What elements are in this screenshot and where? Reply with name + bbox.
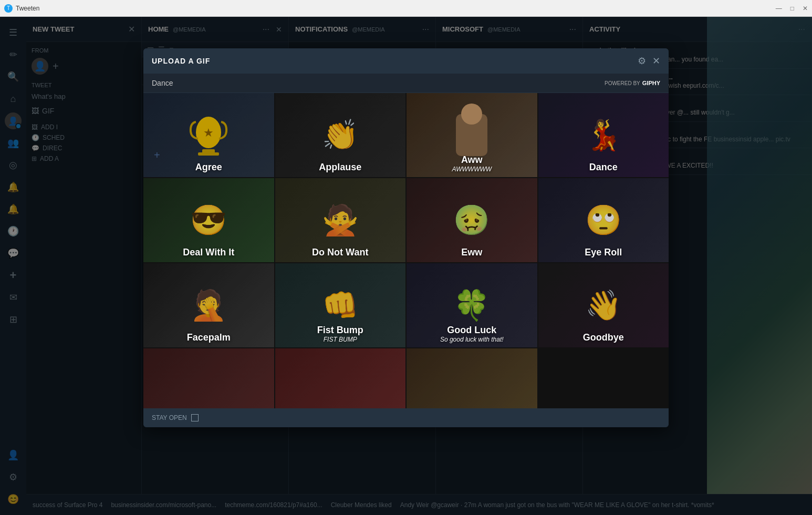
gif-overlay (275, 348, 406, 408)
gif-tile-eyeroll[interactable]: 🙄 Eye Roll (538, 178, 669, 262)
maximize-button[interactable]: □ (790, 5, 794, 12)
gif-tile-goodluck[interactable]: 🍀 Good Luck So good luck with that! (407, 263, 537, 347)
modal-overlay: UPLOAD A GIF ⚙ ✕ Dance POWERED BY GIPHY (0, 17, 812, 515)
gif-label-agree: Agree (143, 158, 274, 177)
minimize-button[interactable]: — (776, 5, 782, 12)
gif-tile-fistbump[interactable]: 👊 Fist Bump FIST BUMP (275, 263, 406, 347)
modal-close-button[interactable]: ✕ (652, 55, 660, 67)
gif-label-goodluck: Good Luck So good luck with that! (407, 321, 537, 347)
tweeten-icon: T (4, 4, 13, 13)
gif-tile-bottom3[interactable] (407, 348, 537, 408)
modal-title: UPLOAD A GIF (152, 57, 210, 65)
modal-footer: STAY OPEN (143, 408, 669, 427)
gif-label-eww: Eww (407, 243, 537, 262)
gif-tile-agree[interactable]: ★ + Agree (143, 93, 274, 177)
gif-overlay (407, 348, 537, 408)
window-controls[interactable]: — □ ✕ (776, 5, 808, 12)
gif-label-dance: Dance (538, 158, 669, 177)
gif-overlay (143, 348, 274, 408)
gif-label-donotwant: Do Not Want (275, 243, 406, 262)
settings-icon[interactable]: ⚙ (638, 55, 646, 67)
gif-tile-donotwant[interactable]: 🙅 Do Not Want (275, 178, 406, 262)
gif-tile-eww[interactable]: 🤢 Eww (407, 178, 537, 262)
gif-tile-applause[interactable]: 👏 Applause (275, 93, 406, 177)
gif-tile-facepalm[interactable]: 🤦 Facepalm (143, 263, 274, 347)
gif-upload-modal: UPLOAD A GIF ⚙ ✕ Dance POWERED BY GIPHY (143, 48, 669, 427)
gif-label-fistbump: Fist Bump FIST BUMP (275, 321, 406, 347)
gif-sublabel-fistbump: FIST BUMP (280, 336, 401, 343)
stay-open-label: STAY OPEN (152, 414, 187, 421)
giphy-logo: GIPHY (642, 80, 660, 86)
window-chrome: T Tweeten — □ ✕ (0, 0, 812, 17)
window-title: T Tweeten (4, 4, 39, 13)
search-query[interactable]: Dance (152, 79, 173, 87)
app-container: ☰ ✏ 🔍 ⌂ 👤 👥 ◎ 🔔 🔔 🕐 💬 + ✉ ⊞ 👤 ⚙ 😊 NEW TW… (0, 17, 812, 515)
modal-search-bar: Dance POWERED BY GIPHY (143, 74, 669, 93)
gif-label-eyeroll: Eye Roll (538, 243, 669, 262)
gif-label-dealwith: Deal With It (143, 243, 274, 262)
gif-sublabel-goodluck: So good luck with that! (412, 336, 532, 343)
powered-by-text: POWERED BY (605, 80, 640, 86)
gif-tile-goodbye[interactable]: 👋 Goodbye (538, 263, 669, 347)
app-title: Tweeten (16, 5, 39, 12)
gif-label-applause: Applause (275, 158, 406, 177)
gif-tile-aww[interactable]: Aww AWWWWWW (407, 93, 537, 177)
gif-grid: ★ + Agree 👏 Applause (143, 93, 669, 408)
gif-tile-dance[interactable]: 💃 Dance (538, 93, 669, 177)
gif-sublabel-aww: AWWWWWW (412, 166, 532, 173)
gif-label-goodbye: Goodbye (538, 328, 669, 347)
close-button[interactable]: ✕ (803, 5, 808, 12)
gif-label-aww: Aww AWWWWWW (407, 150, 537, 177)
stay-open-checkbox[interactable] (191, 414, 199, 421)
gif-tile-dealwith[interactable]: 😎 Deal With It (143, 178, 274, 262)
giphy-badge: POWERED BY GIPHY (605, 80, 660, 86)
modal-header: UPLOAD A GIF ⚙ ✕ (143, 48, 669, 74)
gif-tile-bottom1[interactable] (143, 348, 274, 408)
modal-header-actions: ⚙ ✕ (638, 55, 660, 67)
gif-tile-bottom2[interactable] (275, 348, 406, 408)
gif-label-facepalm: Facepalm (143, 328, 274, 347)
